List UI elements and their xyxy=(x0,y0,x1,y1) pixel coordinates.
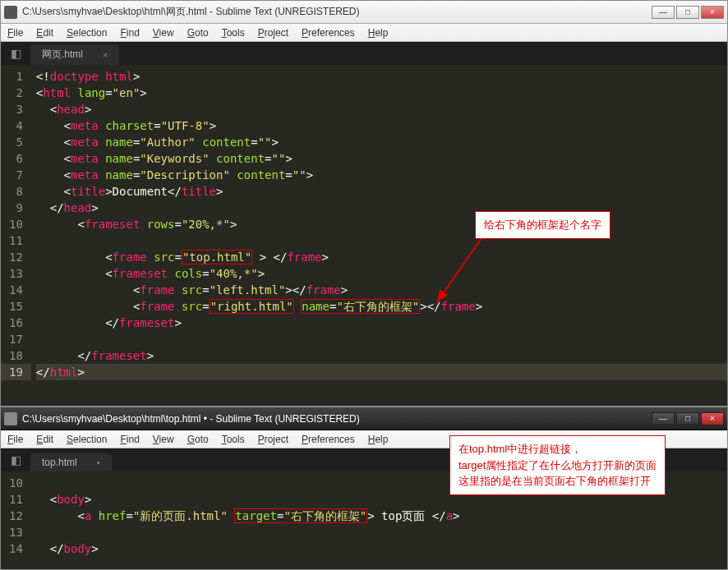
annotation-box-2: 在top.html中进行超链接， target属性指定了在什么地方打开新的页面 … xyxy=(449,435,666,495)
code-line: <frameset rows="20%,*"> xyxy=(36,216,727,232)
code-line: <frame src="right.html" name="右下角的框架"></… xyxy=(36,298,727,315)
line-number: 5 xyxy=(9,134,23,150)
window-title: C:\Users\smyhvae\Desktop\html\top.html •… xyxy=(22,413,650,425)
code-line: <a href="新的页面.html" target="右下角的框架"> top… xyxy=(36,508,727,524)
line-number: 19 xyxy=(1,364,31,380)
tabbar: ◧ 网页.html × xyxy=(1,42,727,65)
code-line xyxy=(36,524,727,540)
titlebar[interactable]: C:\Users\smyhvae\Desktop\html\top.html •… xyxy=(1,407,727,430)
code-line: <meta name="Keywords" content=""> xyxy=(36,150,727,167)
line-number: 12 xyxy=(9,508,23,524)
tab-modified-icon[interactable] xyxy=(97,457,100,467)
window-controls: — □ × xyxy=(650,6,724,19)
line-number: 7 xyxy=(9,167,23,183)
line-number: 9 xyxy=(9,200,23,216)
menu-help[interactable]: Help xyxy=(368,27,389,39)
sidebar-toggle-icon[interactable]: ◧ xyxy=(7,452,24,468)
code-line: </body> xyxy=(36,540,727,557)
line-number: 17 xyxy=(9,331,23,347)
close-button[interactable]: × xyxy=(701,412,724,425)
code-line: </frameset> xyxy=(36,315,727,331)
line-number: 10 xyxy=(9,216,23,232)
code-line: <title>Document</title> xyxy=(36,183,727,200)
menu-project[interactable]: Project xyxy=(258,27,288,39)
line-number: 12 xyxy=(9,249,23,265)
sidebar-toggle-icon[interactable]: ◧ xyxy=(7,45,24,62)
code-line xyxy=(36,331,727,347)
code-line: <html lang="en"> xyxy=(36,85,727,101)
menu-help[interactable]: Help xyxy=(368,434,389,445)
menu-view[interactable]: View xyxy=(153,27,174,39)
tab-label: 网页.html xyxy=(42,48,83,62)
window-controls: — □ × xyxy=(650,412,724,425)
line-number: 14 xyxy=(9,540,23,557)
code-line: <frameset cols="40%,*"> xyxy=(36,265,727,282)
menu-find[interactable]: Find xyxy=(120,434,139,445)
editor[interactable]: 1 2 3 4 5 6 7 8 9 10 11 12 13 14 15 16 1… xyxy=(1,65,727,406)
menu-view[interactable]: View xyxy=(153,434,174,445)
menu-find[interactable]: Find xyxy=(120,27,139,39)
menu-project[interactable]: Project xyxy=(258,434,288,445)
line-number: 2 xyxy=(9,85,23,101)
code-line: <frame src="top.html" > </frame> xyxy=(36,249,727,265)
menu-tools[interactable]: Tools xyxy=(222,27,245,39)
menu-file[interactable]: File xyxy=(7,27,23,39)
minimize-button[interactable]: — xyxy=(652,6,675,19)
titlebar[interactable]: C:\Users\smyhvae\Desktop\html\网页.html - … xyxy=(1,1,727,24)
maximize-button[interactable]: □ xyxy=(676,6,699,19)
code-line: </html> xyxy=(36,364,727,380)
tab-label: top.html xyxy=(42,457,77,468)
menu-tools[interactable]: Tools xyxy=(222,434,245,445)
tab-wangye[interactable]: 网页.html × xyxy=(30,44,119,65)
menu-preferences[interactable]: Preferences xyxy=(302,434,355,445)
line-gutter: 1 2 3 4 5 6 7 8 9 10 11 12 13 14 15 16 1… xyxy=(1,65,31,406)
app-icon xyxy=(4,412,17,425)
menu-selection[interactable]: Selection xyxy=(67,27,107,39)
code-line: <frame src="left.html"></frame> xyxy=(36,282,727,298)
app-icon xyxy=(4,6,17,19)
code-line: <meta name="Author" content=""> xyxy=(36,134,727,150)
line-gutter: 10 11 12 13 14 xyxy=(1,471,31,569)
menu-preferences[interactable]: Preferences xyxy=(302,27,355,39)
close-button[interactable]: × xyxy=(701,6,724,19)
sublime-window-2: C:\Users\smyhvae\Desktop\html\top.html •… xyxy=(0,407,728,570)
line-number: 11 xyxy=(9,232,23,249)
window-title: C:\Users\smyhvae\Desktop\html\网页.html - … xyxy=(22,5,650,19)
code-line: <meta charset="UTF-8"> xyxy=(36,117,727,134)
maximize-button[interactable]: □ xyxy=(676,412,699,425)
code-line: </frameset> xyxy=(36,347,727,364)
line-number: 14 xyxy=(9,282,23,298)
menu-edit[interactable]: Edit xyxy=(36,434,53,445)
tab-top[interactable]: top.html xyxy=(30,453,112,471)
code-area[interactable]: <!doctype html> <html lang="en"> <head> … xyxy=(31,65,727,406)
minimize-button[interactable]: — xyxy=(652,412,675,425)
line-number: 11 xyxy=(9,491,23,508)
menu-edit[interactable]: Edit xyxy=(36,27,53,39)
line-number: 8 xyxy=(9,183,23,200)
line-number: 13 xyxy=(9,265,23,282)
line-number: 13 xyxy=(9,524,23,540)
menu-goto[interactable]: Goto xyxy=(187,434,209,445)
line-number: 1 xyxy=(9,68,23,85)
line-number: 15 xyxy=(9,298,23,315)
code-line: <meta name="Description" content=""> xyxy=(36,167,727,183)
line-number: 16 xyxy=(9,315,23,331)
menu-selection[interactable]: Selection xyxy=(67,434,107,445)
line-number: 4 xyxy=(9,117,23,134)
annotation-box-1: 给右下角的框架起个名字 xyxy=(475,211,611,239)
tab-close-icon[interactable]: × xyxy=(103,50,108,60)
code-line xyxy=(36,232,727,249)
line-number: 10 xyxy=(9,475,23,491)
menu-file[interactable]: File xyxy=(7,434,23,445)
menu-goto[interactable]: Goto xyxy=(187,27,209,39)
line-number: 6 xyxy=(9,150,23,167)
code-line: <!doctype html> xyxy=(36,68,727,85)
sublime-window-1: C:\Users\smyhvae\Desktop\html\网页.html - … xyxy=(0,0,728,407)
line-number: 18 xyxy=(9,347,23,364)
code-line: </head> xyxy=(36,200,727,216)
line-number: 3 xyxy=(9,101,23,117)
menubar: File Edit Selection Find View Goto Tools… xyxy=(1,24,727,42)
code-line: <head> xyxy=(36,101,727,117)
